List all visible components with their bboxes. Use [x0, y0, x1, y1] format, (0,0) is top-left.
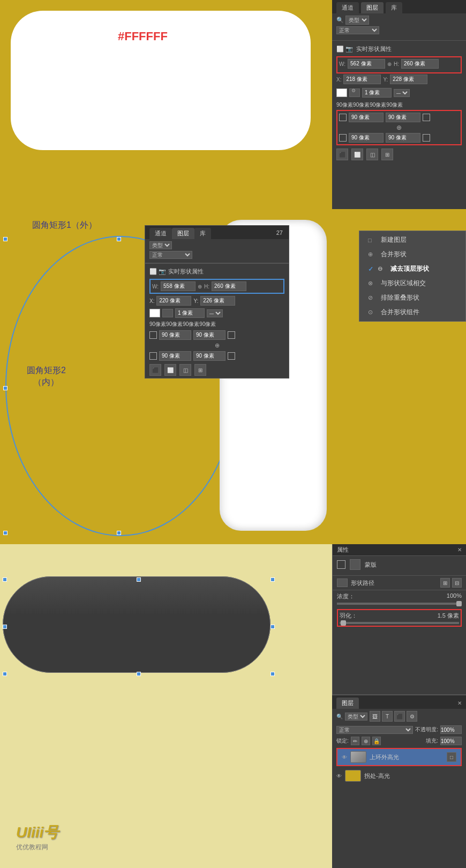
- intersect-icon: ⊗: [368, 280, 377, 287]
- corner-bl-mid[interactable]: [159, 351, 191, 361]
- shape-icon-3[interactable]: ◫: [366, 149, 378, 160]
- stroke-row-mid: —: [145, 307, 289, 320]
- filter-icon-2[interactable]: T: [382, 711, 393, 722]
- stroke-input[interactable]: [362, 88, 392, 98]
- check-icon: ✓: [368, 265, 373, 273]
- attr-options-icon[interactable]: ✕: [457, 547, 462, 553]
- lock-fill-row: 锁定: ✏ ⊕ 🔒 填充:: [332, 736, 466, 746]
- shape-icon-1[interactable]: ⬛: [336, 149, 348, 160]
- corner-tr-mid[interactable]: [193, 330, 226, 340]
- anchor-dot-bot-ml: [3, 625, 7, 629]
- corner-cb-br-mid[interactable]: [228, 352, 235, 360]
- layer-visibility-icon-2[interactable]: 👁: [336, 773, 342, 779]
- type-select-mid[interactable]: 类型: [149, 241, 172, 249]
- anchor-dot-bot-bl: [3, 672, 7, 676]
- shape-icon-m1[interactable]: ⬛: [149, 364, 161, 376]
- context-item-subtract[interactable]: ✓ ⊖ 减去顶层形状: [359, 262, 465, 276]
- link-row: ⊕: [339, 124, 459, 131]
- shape-icon-m4[interactable]: ⊞: [194, 364, 206, 376]
- feather-slider[interactable]: [340, 622, 459, 624]
- layer-type-select[interactable]: 类型: [345, 713, 367, 721]
- stroke-input-mid[interactable]: [175, 308, 205, 318]
- lock-icon-2[interactable]: ⊕: [362, 737, 370, 745]
- filter-icon-3[interactable]: ⬛: [394, 711, 405, 722]
- stroke-type-box: [162, 309, 173, 317]
- layer-row-2[interactable]: 👁 拐处-高光: [332, 768, 466, 784]
- shape-icon-m2[interactable]: ⬜: [164, 364, 176, 376]
- corner-checkbox-tr[interactable]: [423, 114, 430, 121]
- tab-layers-bot[interactable]: 图层: [336, 698, 359, 709]
- tab-channel-mid[interactable]: 通道: [149, 228, 172, 239]
- corner-cb-tl-mid[interactable]: [149, 331, 157, 339]
- context-item-exclude[interactable]: ⊘ 排除重叠形状: [359, 291, 465, 305]
- context-item-new-layer[interactable]: □ 新建图层: [359, 233, 465, 247]
- density-slider[interactable]: [337, 603, 462, 605]
- density-thumb[interactable]: [456, 601, 462, 606]
- context-item-merge-components[interactable]: ⊙ 合并形状组件: [359, 305, 465, 320]
- x-input[interactable]: [343, 75, 381, 84]
- layer-tab-icons: ✕: [457, 700, 462, 706]
- w-input[interactable]: [348, 59, 385, 69]
- anchor-dot-bot-mr: [270, 625, 275, 629]
- fill-input[interactable]: [440, 737, 462, 745]
- tab-library-mid[interactable]: 库: [194, 228, 211, 239]
- shape-path-icon-2[interactable]: ⊟: [452, 578, 462, 588]
- shape-icon-4[interactable]: ⊞: [381, 149, 393, 160]
- xy-row: X: Y:: [332, 75, 466, 84]
- context-item-intersect[interactable]: ⊗ 与形状区域相交: [359, 276, 465, 291]
- corner-checkbox-tl[interactable]: [339, 114, 347, 121]
- corner-cb-tr-mid[interactable]: [228, 331, 235, 339]
- layer-options-icon[interactable]: ✕: [457, 700, 462, 706]
- corner-checkbox-br[interactable]: [423, 134, 430, 142]
- new-layer-icon: □: [368, 237, 377, 243]
- ps-layer-panel: 图层 ✕ 🔍 类型 🖼 T ⬛ ⚙ 正常: [332, 694, 466, 868]
- tab-layers-mid[interactable]: 图层: [172, 228, 194, 239]
- w-input-mid[interactable]: [161, 281, 196, 291]
- stroke-style-mid[interactable]: —: [207, 309, 223, 317]
- corner-tl-input[interactable]: [349, 113, 384, 122]
- mask-checkbox[interactable]: [337, 560, 345, 569]
- layer-visibility-icon[interactable]: 👁: [342, 754, 347, 760]
- blend-mode-mid[interactable]: 正常: [149, 251, 192, 259]
- blend-mode-select[interactable]: 正常: [336, 26, 379, 34]
- filter-icon-1[interactable]: 🖼: [370, 711, 380, 722]
- filter-icon-4[interactable]: ⚙: [407, 711, 417, 722]
- corner-cb-bl-mid[interactable]: [149, 352, 157, 360]
- density-row: 浓度： 100%: [337, 592, 462, 600]
- corner-checkbox-bl[interactable]: [339, 134, 347, 142]
- layer-name-1: 上环外高光: [370, 753, 399, 761]
- x-input-mid[interactable]: [156, 296, 191, 306]
- attr-header-bot: 属性 ✕: [333, 544, 466, 556]
- y-input[interactable]: [390, 75, 427, 84]
- corner-bl-input[interactable]: [349, 133, 384, 143]
- tab-library[interactable]: 库: [386, 2, 402, 13]
- lock-icon-1[interactable]: ✏: [351, 737, 359, 745]
- shape-icon-2[interactable]: ⬜: [351, 149, 363, 160]
- feather-thumb[interactable]: [341, 620, 346, 626]
- tab-channel[interactable]: 通道: [336, 2, 359, 13]
- opacity-input[interactable]: [440, 725, 462, 734]
- corner-tl-mid[interactable]: [159, 330, 191, 340]
- corner-br-input[interactable]: [386, 133, 420, 143]
- search-row-mid: 类型: [149, 241, 284, 249]
- shape-icon-m3[interactable]: ◫: [179, 364, 191, 376]
- wh-row: W: ⊕ H:: [339, 59, 459, 69]
- shape-path-icon-1[interactable]: ⊞: [440, 578, 450, 588]
- layer-blend-select[interactable]: 正常: [336, 726, 413, 734]
- attr-title: 实时形状属性: [356, 45, 392, 53]
- lock-icon-3[interactable]: 🔒: [372, 737, 381, 745]
- divider-mid: [145, 263, 289, 264]
- h-input[interactable]: [401, 59, 439, 69]
- corner-labels-mid: 90像素90像素90像素90像素: [145, 320, 289, 329]
- context-item-merge-shape[interactable]: ⊕ 合并形状: [359, 247, 465, 262]
- layer-lock-icon[interactable]: □: [447, 752, 456, 762]
- corner-tr-input[interactable]: [386, 113, 420, 122]
- stroke-style-select[interactable]: —: [394, 89, 410, 97]
- h-input-mid[interactable]: [212, 281, 246, 291]
- y-input-mid[interactable]: [200, 296, 235, 306]
- corner-br-mid[interactable]: [193, 351, 226, 361]
- tab-layers[interactable]: 图层: [361, 2, 384, 13]
- layer-search-row: 🔍 类型 🖼 T ⬛ ⚙: [332, 709, 466, 724]
- layer-row-highlight[interactable]: 👁 上环外高光 □: [337, 749, 461, 765]
- type-select[interactable]: 类型: [345, 16, 369, 25]
